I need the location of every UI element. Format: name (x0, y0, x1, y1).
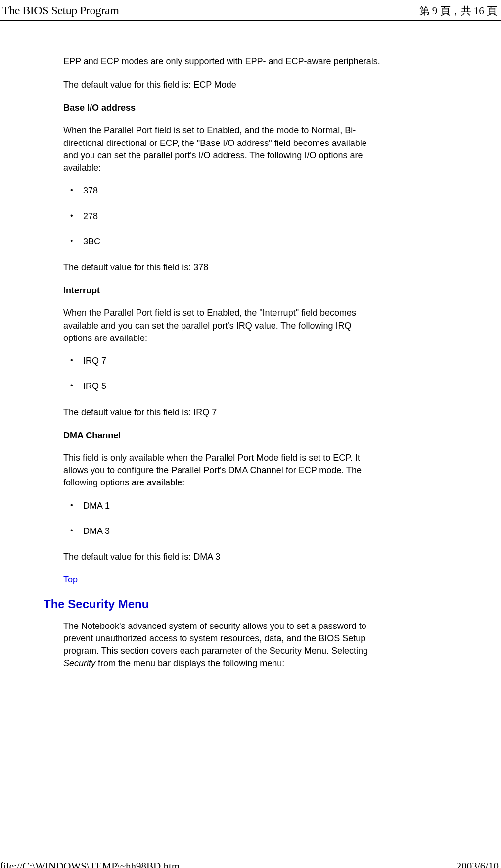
footer-file-path: file://C:\WINDOWS\TEMP\~hh98BD.htm (0, 860, 180, 868)
dma-options-list: DMA 1 DMA 3 (63, 500, 381, 537)
interrupt-description: When the Parallel Port field is set to E… (63, 307, 381, 344)
security-italic-word: Security (63, 658, 95, 668)
list-item: DMA 3 (71, 526, 381, 537)
page-counter: 第 9 頁，共 16 頁 (419, 4, 498, 18)
footer-date: 2003/6/10 (456, 860, 499, 868)
footer-content: file://C:\WINDOWS\TEMP\~hh98BD.htm 2003/… (0, 859, 501, 868)
list-item: 378 (71, 185, 381, 196)
document-title: The BIOS Setup Program (2, 4, 119, 17)
dma-heading: DMA Channel (63, 431, 381, 441)
list-item: IRQ 5 (71, 381, 381, 392)
irq-options-list: IRQ 7 IRQ 5 (63, 355, 381, 392)
list-item: 278 (71, 211, 381, 222)
interrupt-heading: Interrupt (63, 286, 381, 296)
list-item: IRQ 7 (71, 355, 381, 367)
top-link-block: Top (63, 575, 381, 585)
default-irq7-text: The default value for this field is: IRQ… (63, 406, 381, 419)
security-menu-heading: The Security Menu (44, 597, 381, 611)
default-ecp-text: The default value for this field is: ECP… (63, 79, 381, 91)
list-item: DMA 1 (71, 500, 381, 512)
page-header: The BIOS Setup Program 第 9 頁，共 16 頁 (0, 0, 501, 20)
security-desc-post: from the menu bar displays the following… (95, 658, 284, 668)
intro-paragraph: EPP and ECP modes are only supported wit… (63, 55, 381, 68)
main-content: EPP and ECP modes are only supported wit… (0, 21, 440, 670)
default-378-text: The default value for this field is: 378 (63, 261, 381, 274)
base-io-heading: Base I/O address (63, 103, 381, 113)
security-desc-pre: The Notebook's advanced system of securi… (63, 621, 368, 656)
page-footer: file://C:\WINDOWS\TEMP\~hh98BD.htm 2003/… (0, 859, 501, 868)
list-item: 3BC (71, 236, 381, 247)
dma-description: This field is only available when the Pa… (63, 452, 381, 489)
io-options-list: 378 278 3BC (63, 185, 381, 247)
default-dma3-text: The default value for this field is: DMA… (63, 551, 381, 563)
security-description: The Notebook's advanced system of securi… (63, 620, 381, 670)
top-link[interactable]: Top (63, 575, 78, 584)
base-io-description: When the Parallel Port field is set to E… (63, 124, 381, 174)
